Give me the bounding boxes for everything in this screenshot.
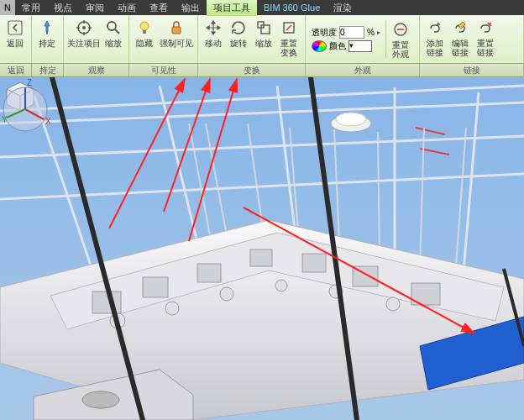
panel-observe: 观察 xyxy=(64,64,129,76)
svg-rect-34 xyxy=(92,291,121,313)
axis-z-label: Z xyxy=(27,78,32,87)
link-reset-icon xyxy=(476,18,495,37)
focus-item-label: 关注项目 xyxy=(67,39,101,48)
rotate-label: 旋转 xyxy=(230,39,247,48)
zoom-label: 缩放 xyxy=(105,39,122,48)
back-label: 返回 xyxy=(7,39,24,48)
axis-triad[interactable]: X Y Z xyxy=(0,77,57,134)
app-icon: N xyxy=(0,0,15,15)
menu-bim360[interactable]: BIM 360 Glue xyxy=(257,1,327,14)
svg-rect-39 xyxy=(353,266,378,286)
reset-link-button[interactable]: 重置 链接 xyxy=(473,17,498,59)
arrow-left-icon xyxy=(6,18,24,37)
back-button[interactable]: 返回 xyxy=(3,17,28,50)
panel-hold: 持定 xyxy=(32,64,64,76)
menu-review[interactable]: 审阅 xyxy=(79,0,111,16)
svg-line-20 xyxy=(416,128,445,134)
add-link-label: 添加 链接 xyxy=(427,39,443,57)
force-visible-label: 强制可见 xyxy=(160,39,193,48)
reset-link-label: 重置 链接 xyxy=(477,39,494,57)
move-button[interactable]: 移动 xyxy=(201,17,226,50)
edit-link-label: 编辑 链接 xyxy=(452,39,469,57)
menu-item-tools[interactable]: 项目工具 xyxy=(207,0,257,16)
panel-appearance: 外观 xyxy=(306,64,420,76)
svg-point-46 xyxy=(386,297,400,311)
svg-point-23 xyxy=(336,113,366,126)
opacity-unit: % xyxy=(367,28,375,37)
svg-line-29 xyxy=(378,132,380,264)
menu-animation[interactable]: 动画 xyxy=(111,0,143,16)
hold-button[interactable]: 持定 xyxy=(34,17,60,50)
opacity-control: 透明度 % ▸ xyxy=(312,26,380,39)
link-edit-icon xyxy=(451,18,469,37)
panel-transform: 变换 xyxy=(198,64,306,76)
bulb-icon xyxy=(135,18,154,37)
svg-point-44 xyxy=(275,280,287,291)
color-swatch-icon xyxy=(312,40,327,52)
move-icon xyxy=(204,18,223,37)
target-icon xyxy=(75,18,93,37)
lock-icon xyxy=(167,18,186,37)
magnifier-icon xyxy=(104,18,123,37)
svg-rect-38 xyxy=(302,254,326,272)
reset-transform-label: 重置 变换 xyxy=(280,39,297,57)
scale-button[interactable]: 缩放 xyxy=(251,17,276,50)
svg-rect-8 xyxy=(261,25,270,34)
svg-line-11 xyxy=(0,86,524,111)
scale-icon xyxy=(254,18,273,37)
menu-render[interactable]: 渲染 xyxy=(327,0,359,16)
pin-icon xyxy=(38,18,56,37)
zoom-button[interactable]: 缩放 xyxy=(101,17,126,50)
color-control: 颜色 ▾ xyxy=(312,40,380,52)
svg-rect-37 xyxy=(250,249,272,266)
opacity-expand-icon[interactable]: ▸ xyxy=(377,29,380,36)
color-label: 颜色 xyxy=(329,40,346,52)
add-link-button[interactable]: 添加 链接 xyxy=(422,17,448,59)
reset-appearance-label: 重置 外观 xyxy=(392,40,409,59)
menubar: N 常用 视点 审阅 动画 查看 输出 项目工具 BIM 360 Glue 渲染 xyxy=(0,0,524,15)
svg-point-4 xyxy=(140,22,149,30)
svg-line-12 xyxy=(0,102,524,123)
axis-y-label: Y xyxy=(2,115,8,124)
panel-visibility: 可见性 xyxy=(129,64,198,76)
scale-label: 缩放 xyxy=(255,39,272,48)
axis-x-label: X xyxy=(45,117,51,126)
ribbon-panels: 返回 持定 观察 可见性 变换 外观 链接 xyxy=(0,64,524,77)
panel-back: 返回 xyxy=(0,64,32,76)
hide-button[interactable]: 隐藏 xyxy=(132,17,157,50)
rotate-icon xyxy=(229,18,248,37)
opacity-input[interactable] xyxy=(339,26,364,39)
3d-viewport[interactable]: X Y Z xyxy=(0,77,524,420)
svg-rect-0 xyxy=(8,21,22,34)
svg-rect-40 xyxy=(411,283,440,305)
reset-appearance-icon xyxy=(391,20,410,39)
svg-rect-35 xyxy=(143,277,168,297)
opacity-label: 透明度 xyxy=(312,27,337,39)
force-visible-button[interactable]: 强制可见 xyxy=(157,17,195,50)
panel-links: 链接 xyxy=(420,64,524,76)
focus-item-button[interactable]: 关注项目 xyxy=(66,17,101,50)
color-dropdown[interactable]: ▾ xyxy=(348,40,372,52)
reset-icon xyxy=(280,18,298,37)
hide-label: 隐藏 xyxy=(136,39,153,48)
menu-view[interactable]: 查看 xyxy=(143,0,175,16)
svg-point-3 xyxy=(107,22,116,30)
ribbon: 返回 持定 关注项目 xyxy=(0,15,524,64)
svg-point-43 xyxy=(220,287,233,301)
link-add-icon xyxy=(426,18,444,37)
svg-line-19 xyxy=(462,92,479,291)
svg-point-49 xyxy=(82,391,119,408)
svg-rect-5 xyxy=(143,30,146,34)
svg-line-21 xyxy=(420,149,449,155)
edit-link-button[interactable]: 编辑 链接 xyxy=(448,17,473,59)
menu-viewpoint[interactable]: 视点 xyxy=(47,0,79,16)
menu-output[interactable]: 输出 xyxy=(175,0,207,16)
menu-common[interactable]: 常用 xyxy=(15,0,47,16)
reset-appearance-button[interactable]: 重置 外观 xyxy=(388,18,413,60)
reset-transform-button[interactable]: 重置 变换 xyxy=(276,17,301,59)
model-scene xyxy=(0,77,524,420)
rotate-button[interactable]: 旋转 xyxy=(226,17,251,50)
svg-point-42 xyxy=(165,302,179,315)
svg-rect-6 xyxy=(172,27,181,34)
svg-rect-36 xyxy=(197,264,221,282)
